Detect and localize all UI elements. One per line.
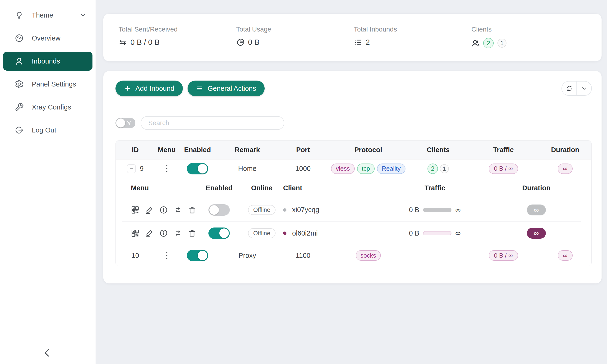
stat-value: 2: [366, 38, 370, 47]
filter-toggle[interactable]: [116, 118, 135, 128]
column-header-remark: Remark: [235, 146, 260, 154]
clients-enabled-badge: 2: [483, 38, 494, 48]
clients-deactivated-badge: 1: [440, 164, 449, 173]
sidebar-item-overview[interactable]: Overview: [3, 29, 92, 48]
delete-icon[interactable]: [188, 229, 196, 237]
stat-total-sent-received: Total Sent/Received 0 B / 0 B: [119, 26, 236, 61]
client-enabled-toggle[interactable]: [208, 204, 230, 216]
toggle-knob: [219, 228, 229, 238]
client-traffic-used: 0 B: [409, 206, 420, 214]
stat-total-inbounds: Total Inbounds 2: [354, 26, 471, 61]
info-icon[interactable]: [159, 229, 168, 237]
sidebar-item-panel-settings[interactable]: Panel Settings: [3, 75, 92, 94]
edit-icon[interactable]: [145, 229, 154, 237]
column-header-duration: Duration: [522, 184, 550, 192]
stat-label: Total Sent/Received: [119, 26, 236, 33]
stat-value: 0 B / 0 B: [131, 38, 159, 47]
client-traffic-limit: ∞: [455, 229, 461, 238]
sidebar-item-label: Inbounds: [32, 57, 60, 65]
client-row-ol60i2mi: Offline ol60i2mi 0 B ∞ ∞: [122, 221, 581, 245]
client-traffic-used: 0 B: [409, 229, 420, 237]
sidebar-item-log-out[interactable]: Log Out: [3, 121, 92, 140]
sidebar-item-label: Overview: [32, 34, 60, 42]
sidebar-collapse-button[interactable]: [42, 347, 53, 358]
search-input[interactable]: [141, 116, 284, 130]
refresh-options-button[interactable]: [577, 81, 591, 95]
qr-code-icon[interactable]: [131, 206, 139, 214]
stats-card: Total Sent/Received 0 B / 0 B Total Usag…: [103, 14, 602, 61]
sidebar-item-xray-configs[interactable]: Xray Configs: [3, 98, 92, 117]
table-row-inbound-9: 9 Home 1000 vless tcp Reality 2 1 0 B / …: [116, 159, 591, 178]
protocol-badge: vless: [331, 164, 355, 174]
client-status-dot: [283, 208, 286, 212]
inbound-id: 10: [131, 252, 139, 260]
inbound-remark: Proxy: [238, 252, 256, 260]
column-header-duration: Duration: [551, 146, 579, 154]
gear-icon: [15, 80, 24, 89]
refresh-button[interactable]: [562, 81, 577, 95]
sidebar-item-label: Panel Settings: [32, 80, 76, 88]
column-header-menu: Menu: [122, 184, 149, 192]
delete-icon[interactable]: [188, 206, 196, 214]
reset-traffic-icon[interactable]: [173, 206, 182, 214]
row-menu-button[interactable]: [164, 163, 170, 174]
column-header-menu: Menu: [158, 146, 176, 154]
inbound-id: 9: [140, 165, 144, 172]
clients-deactivated-badge: 1: [498, 39, 506, 48]
stat-value: 0 B: [248, 38, 259, 47]
lightbulb-icon: [15, 11, 24, 20]
filter-funnel-icon: [126, 120, 132, 126]
qr-code-icon[interactable]: [131, 229, 139, 237]
client-row-xi07ycqg: Offline xi07ycqg 0 B ∞ ∞: [122, 198, 581, 221]
duration-badge: ∞: [558, 250, 573, 261]
protocol-badge: Reality: [377, 164, 405, 174]
traffic-progress-bar: [423, 231, 451, 235]
edit-icon[interactable]: [145, 206, 154, 214]
chevron-down-icon: [581, 85, 588, 92]
column-header-client: Client: [283, 184, 302, 192]
column-header-traffic: Traffic: [493, 146, 514, 154]
search-row: [116, 116, 284, 130]
toggle-knob: [209, 205, 219, 215]
general-actions-label: General Actions: [208, 85, 256, 92]
collapse-row-button[interactable]: [127, 164, 136, 173]
sidebar-item-label: Xray Configs: [32, 103, 71, 111]
plus-icon: [124, 85, 131, 92]
sidebar-item-inbounds[interactable]: Inbounds: [3, 52, 92, 71]
dashboard-icon: [15, 34, 24, 43]
stat-label: Clients: [471, 26, 589, 33]
inbound-remark: Home: [238, 165, 256, 172]
inbound-enabled-toggle[interactable]: [187, 250, 208, 261]
user-group-icon: [471, 39, 480, 47]
hamburger-menu-icon: [196, 85, 203, 92]
sidebar-item-theme[interactable]: Theme: [3, 6, 92, 25]
refresh-split-button: [561, 81, 592, 96]
row-menu-button[interactable]: [164, 250, 170, 261]
column-header-protocol: Protocol: [354, 146, 382, 154]
online-status-badge: Offline: [248, 228, 276, 238]
traffic-progress-bar: [423, 208, 451, 212]
client-enabled-toggle[interactable]: [208, 228, 230, 239]
inbound-enabled-toggle[interactable]: [187, 163, 208, 174]
inbounds-card: Add Inbound General Actions ID Menu: [103, 71, 602, 284]
chevron-down-icon: [80, 12, 86, 18]
transfer-arrows-icon: [119, 38, 127, 47]
column-header-port: Port: [296, 146, 310, 154]
toggle-knob: [198, 251, 207, 260]
traffic-badge: 0 B / ∞: [489, 164, 518, 174]
clients-enabled-badge: 2: [427, 164, 438, 174]
stat-label: Total Inbounds: [354, 26, 471, 33]
sidebar: Theme Overview Inbounds Panel Settings X…: [0, 0, 95, 364]
general-actions-button[interactable]: General Actions: [187, 80, 265, 96]
reset-traffic-icon[interactable]: [173, 229, 182, 237]
column-header-traffic: Traffic: [424, 184, 445, 192]
toggle-knob: [198, 164, 207, 173]
toolbar: Add Inbound General Actions: [116, 80, 265, 96]
add-inbound-button[interactable]: Add Inbound: [116, 80, 183, 96]
column-header-enabled: Enabled: [206, 184, 233, 192]
info-icon[interactable]: [159, 206, 168, 214]
protocol-badge: socks: [356, 250, 381, 261]
table-header-row: ID Menu Enabled Remark Port Protocol Cli…: [116, 141, 591, 159]
list-icon: [354, 38, 362, 47]
inbound-port: 1100: [296, 252, 310, 260]
